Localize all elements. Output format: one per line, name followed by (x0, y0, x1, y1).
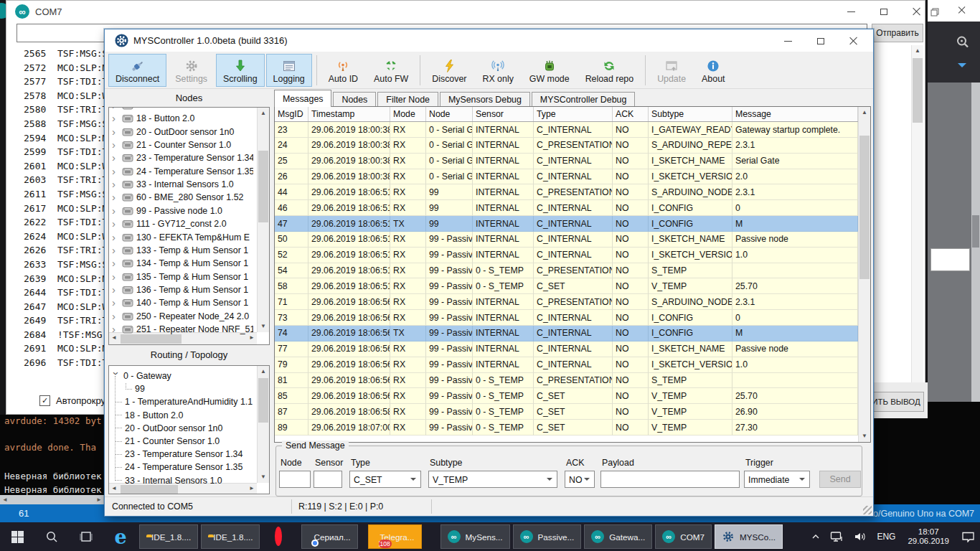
volume-icon[interactable] (849, 522, 872, 551)
dropdown-triangle-icon[interactable] (958, 63, 966, 72)
node-tree-item[interactable]: ›20 - OutDoor sensor 1n0 (110, 126, 253, 138)
logging-button[interactable]: Logging (266, 54, 312, 87)
task-view-button[interactable] (69, 522, 103, 551)
folder-ide-1[interactable]: IDE_1.8.... (139, 524, 198, 549)
column-header-message[interactable]: Message (732, 107, 858, 121)
scroll-up-icon[interactable]: ▲ (258, 108, 269, 118)
type-select[interactable]: C_SET (349, 471, 421, 488)
routing-tree-item[interactable]: 21 - Counter Sensor 1.0 (110, 435, 253, 448)
node-tree-item[interactable]: ›140 - Temp & Hum Sensor 1 (110, 296, 253, 309)
tab-myscontroller-debug[interactable]: MYSController Debug (532, 92, 636, 107)
chevron-right-icon[interactable]: › (112, 154, 121, 162)
notifications-icon[interactable] (956, 522, 980, 551)
table-row[interactable]: 4629.06.2019 18:06:51RX99INTERNALC_INTER… (275, 200, 870, 216)
table-row[interactable]: 2629.06.2019 18:00:38RX0 - Serial Gatewa… (275, 169, 870, 185)
routing-tree-item[interactable]: 20 - OutDoor sensor 1n0 (110, 422, 253, 435)
close-window-icon[interactable] (958, 6, 966, 14)
table-row[interactable]: 2329.06.2019 18:00:38RX0 - Serial Gatewa… (275, 122, 870, 138)
scroll-up-icon[interactable]: ▲ (912, 46, 923, 56)
language-indicator[interactable]: ENG (872, 522, 900, 551)
node-tree-item[interactable]: ›134 - Temp & Hum Sensor 1 (110, 257, 253, 270)
trigger-select[interactable]: Immediate (744, 471, 810, 488)
chevron-right-icon[interactable]: › (112, 193, 121, 202)
node-tree-item[interactable]: › (110, 107, 253, 112)
mysc-title-bar[interactable]: MYSController 1.0.0beta (build 3316) (105, 29, 873, 52)
column-header-mode[interactable]: Mode (390, 107, 426, 121)
chevron-right-icon[interactable]: › (112, 141, 121, 149)
serial-log-scrollbar[interactable]: ▲ ▼ (911, 45, 923, 392)
table-row[interactable]: 5429.06.2019 18:06:51RX99 - Passive node… (275, 263, 870, 279)
auto-id-button[interactable]: Auto ID (321, 54, 365, 87)
table-row[interactable]: 7929.06.2019 18:06:56RX99 - Passive node… (275, 357, 870, 373)
mysc-taskbar-button[interactable]: MYSCo... (715, 524, 783, 549)
scrolling-button[interactable]: Scrolling (216, 54, 265, 87)
column-header-msgid[interactable]: MsgID (275, 107, 308, 121)
ide-editor-scrollbar[interactable] (971, 83, 980, 402)
column-header-subtype[interactable]: Subtype (649, 107, 732, 121)
search-button[interactable] (34, 522, 69, 551)
chevron-right-icon[interactable]: › (112, 233, 121, 242)
routing-tree-item[interactable]: 33 - Internal Sensors 1.0 (110, 474, 253, 487)
node-tree-item[interactable]: ›135 - Temp & Hum Sensor 1 (110, 270, 253, 283)
scroll-down-icon[interactable]: ▼ (258, 472, 269, 482)
minimize-button[interactable] (840, 4, 862, 19)
scrollbar-thumb[interactable] (258, 378, 268, 423)
arduino-mysensors[interactable]: ∞MySens... (440, 524, 510, 549)
table-vscrollbar[interactable]: ▲ ▼ (858, 107, 870, 442)
reload-repo-button[interactable]: Reload repo (578, 54, 641, 87)
table-row[interactable]: 5029.06.2019 18:06:51RX99 - Passive node… (275, 232, 870, 248)
tab-nodes[interactable]: Nodes (333, 92, 376, 107)
clear-output-button[interactable]: ИТЬ ВЫВОД (868, 392, 924, 412)
network-icon[interactable] (825, 522, 849, 551)
node-tree-item[interactable]: ›251 - Repeater Node NRF_51 (110, 323, 253, 336)
ack-select[interactable]: NO (565, 471, 595, 488)
table-row[interactable]: 4429.06.2019 18:06:51RX99INTERNALC_PRESE… (275, 184, 870, 200)
resize-grip[interactable] (863, 506, 872, 514)
scrollbar-thumb[interactable] (913, 58, 923, 123)
node-tree-item[interactable]: ›133 - Temp & Hum Sensor 1 (110, 244, 253, 257)
node-tree-item[interactable]: ›33 - Internal Sensors 1.0 (110, 178, 253, 191)
send-button[interactable]: Send (819, 471, 861, 488)
autoscroll-checkbox[interactable]: ✓ (39, 395, 50, 406)
chevron-right-icon[interactable]: › (112, 207, 121, 215)
table-row[interactable]: 2529.06.2019 18:00:38RX0 - Serial Gatewa… (275, 154, 870, 169)
scroll-up-icon[interactable]: ▲ (258, 367, 269, 377)
table-row[interactable]: 8529.06.2019 18:06:56RX99 - Passive node… (275, 388, 870, 404)
scroll-down-icon[interactable]: ▼ (859, 431, 870, 441)
column-header-type[interactable]: Type (534, 107, 613, 121)
rx-only-button[interactable]: RX only (475, 54, 520, 87)
arduino-com7[interactable]: ∞COM7 (655, 524, 712, 549)
scroll-right-icon[interactable]: ► (96, 496, 102, 503)
chevron-right-icon[interactable]: › (112, 273, 121, 281)
table-row[interactable]: 7329.06.2019 18:06:56RX99 - Passive node… (275, 310, 870, 326)
node-tree-item[interactable]: ›21 - Counter Sensor 1.0 (110, 138, 253, 151)
about-button[interactable]: About (694, 54, 732, 87)
chevron-right-icon[interactable]: › (112, 312, 121, 321)
arduino-passive[interactable]: ∞Passive... (513, 524, 582, 549)
node-tree-item[interactable]: ›99 - Passive node 1.0 (110, 204, 253, 217)
scrollbar-thumb[interactable] (972, 215, 979, 248)
gw-mode-button[interactable]: GW mode (522, 54, 577, 87)
node-tree-item[interactable]: ›24 - Temperature Sensor 1.35 (110, 165, 253, 178)
node-tree-item[interactable]: ›18 - Button 2.0 (110, 112, 253, 125)
scroll-left-icon[interactable]: ◄ (2, 496, 8, 503)
chevron-right-icon[interactable]: › (112, 180, 121, 189)
chevron-right-icon[interactable]: › (112, 114, 121, 123)
serial-send-button[interactable]: Отправить (872, 24, 923, 42)
maximize-button[interactable] (805, 32, 837, 50)
tab-messages[interactable]: Messages (274, 90, 331, 107)
chevron-right-icon[interactable]: › (112, 107, 121, 110)
edge-button[interactable]: e (103, 522, 138, 551)
tray-expand-icon[interactable] (806, 522, 825, 551)
scrollbar-thumb[interactable] (258, 151, 268, 222)
column-header-ack[interactable]: ACK (613, 107, 649, 121)
column-header-node[interactable]: Node (426, 107, 473, 121)
ide-console-hscrollbar[interactable]: ◄► (0, 495, 104, 504)
tab-filter-node[interactable]: Filter Node (377, 92, 438, 107)
chevron-right-icon[interactable]: › (112, 286, 121, 294)
maximize-button[interactable] (873, 4, 895, 19)
table-row[interactable]: 7129.06.2019 18:06:56RX99 - Passive node… (275, 294, 870, 310)
node-tree-item[interactable]: ›136 - Temp & Hum Sensor 1 (110, 283, 253, 296)
table-row[interactable]: 5229.06.2019 18:06:51RX99 - Passive node… (275, 248, 870, 263)
node-tree-item[interactable]: ›111 - GY712_const 2.0 (110, 217, 253, 230)
